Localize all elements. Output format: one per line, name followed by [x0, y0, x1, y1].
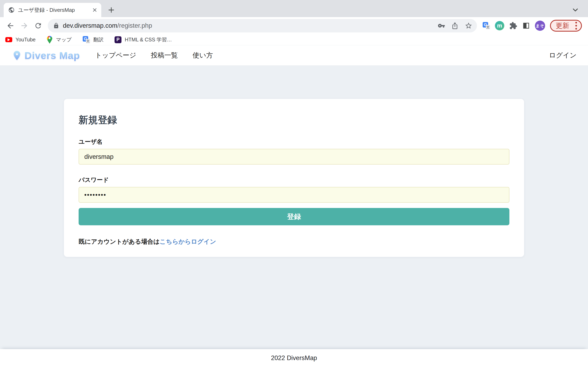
tab-title: ユーザ登録 - DiversMap: [18, 7, 89, 14]
logo-text: Divers Map: [25, 50, 80, 61]
password-key-icon[interactable]: [438, 22, 445, 29]
back-icon[interactable]: [4, 20, 16, 32]
extensions-puzzle-icon[interactable]: [509, 22, 517, 30]
extensions-area: G文 m まそ 更新: [481, 20, 584, 32]
nav-post-list[interactable]: 投稿一覧: [151, 51, 178, 60]
url-domain: dev.diversmap.com: [63, 22, 117, 29]
tab-search-chevron-icon[interactable]: [570, 4, 581, 15]
site-footer: 2022 DiversMap: [0, 349, 588, 367]
password-label: パスワード: [79, 176, 509, 184]
lock-icon: [53, 23, 59, 29]
username-label: ユーザ名: [79, 138, 509, 146]
translate-extension-icon[interactable]: G文: [483, 22, 490, 29]
share-icon[interactable]: [451, 22, 458, 29]
browser-tab[interactable]: ユーザ登録 - DiversMap: [4, 3, 101, 17]
side-panel-icon[interactable]: [522, 22, 530, 30]
bookmark-star-icon[interactable]: [465, 22, 472, 30]
page-title: 新規登録: [79, 114, 509, 126]
update-label: 更新: [556, 21, 569, 30]
url-text: dev.diversmap.com/register.php: [63, 22, 152, 29]
existing-account-text: 既にアカウントがある場合は: [79, 238, 160, 245]
nav-how-to-use[interactable]: 使い方: [192, 51, 213, 60]
bookmark-translate[interactable]: G文 翻訳: [83, 36, 104, 43]
register-button[interactable]: 登録: [79, 208, 509, 225]
tab-close-icon[interactable]: [92, 7, 98, 13]
register-card: 新規登録 ユーザ名 パスワード 登録 既にアカウントがある場合はこちらからログイ…: [64, 99, 524, 257]
forward-icon[interactable]: [18, 20, 30, 32]
username-input[interactable]: [79, 149, 509, 165]
map-pin-icon: [47, 36, 53, 44]
header-login-link[interactable]: ログイン: [549, 51, 577, 60]
browser-toolbar: dev.diversmap.com/register.php G文 m: [0, 17, 588, 34]
site-header: Divers Map トップページ 投稿一覧 使い方 ログイン: [0, 45, 588, 66]
site-logo[interactable]: Divers Map: [11, 50, 80, 61]
footer-copyright: 2022 DiversMap: [271, 354, 317, 362]
m-extension-icon[interactable]: m: [495, 21, 504, 30]
profile-avatar[interactable]: まそ: [535, 21, 545, 31]
chrome-update-menu[interactable]: 更新: [550, 20, 582, 32]
logo-pin-icon: [11, 50, 22, 61]
progate-icon: P: [114, 36, 121, 43]
url-path: /register.php: [117, 22, 152, 29]
address-bar[interactable]: dev.diversmap.com/register.php: [48, 19, 477, 33]
globe-favicon-icon: [8, 7, 15, 13]
new-tab-button[interactable]: [105, 4, 117, 16]
kebab-menu-icon: [575, 22, 577, 30]
nav-top-page[interactable]: トップページ: [95, 51, 136, 60]
tab-strip: ユーザ登録 - DiversMap: [0, 0, 588, 17]
password-input[interactable]: [79, 187, 509, 203]
bookmark-html-css[interactable]: P HTML & CSS 学習…: [114, 36, 172, 43]
translate-icon: G文: [83, 36, 90, 43]
login-here-link[interactable]: こちらからログイン: [160, 238, 216, 245]
existing-account-row: 既にアカウントがある場合はこちらからログイン: [79, 238, 509, 246]
youtube-icon: [5, 37, 12, 42]
bookmark-maps[interactable]: マップ: [47, 36, 72, 44]
reload-icon[interactable]: [32, 20, 44, 32]
bookmark-youtube[interactable]: YouTube: [5, 37, 35, 43]
main-content: 新規登録 ユーザ名 パスワード 登録 既にアカウントがある場合はこちらからログイ…: [0, 66, 588, 349]
bookmarks-bar: YouTube マップ G文 翻訳 P HTML & CSS 学習…: [0, 34, 588, 45]
site-nav: トップページ 投稿一覧 使い方: [95, 51, 213, 60]
